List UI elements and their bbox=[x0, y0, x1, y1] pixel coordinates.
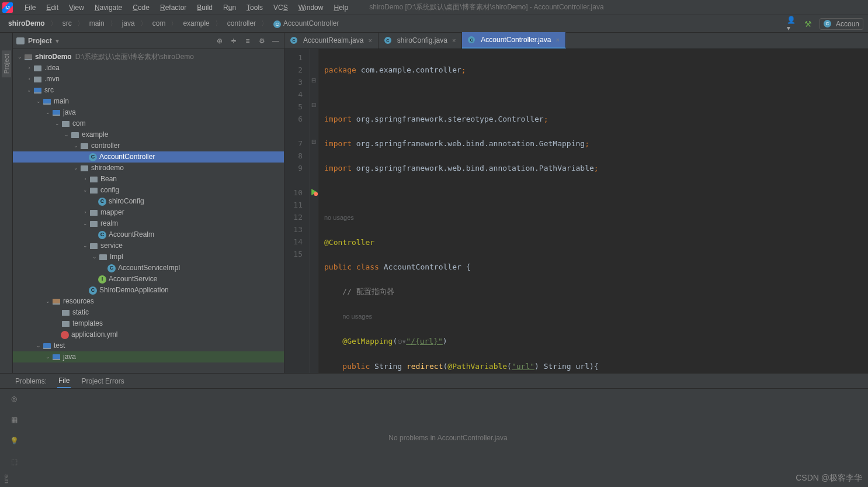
crumb-item[interactable]: main bbox=[86, 18, 108, 29]
gear-icon[interactable]: ⚙ bbox=[257, 36, 266, 46]
expand-all-icon[interactable]: ≑ bbox=[229, 36, 238, 46]
bulb-icon[interactable]: 💡 bbox=[9, 436, 19, 446]
crumb-item[interactable]: com bbox=[149, 18, 169, 29]
tree-item[interactable]: ›mapper bbox=[13, 207, 284, 218]
menu-refactor[interactable]: Refactor bbox=[155, 2, 191, 13]
disclosure-icon[interactable]: ⌄ bbox=[26, 86, 33, 94]
pin-icon[interactable]: ⬚ bbox=[9, 457, 19, 467]
menu-code[interactable]: Code bbox=[128, 2, 154, 13]
disclosure-icon[interactable]: ⌄ bbox=[63, 130, 70, 139]
user-icon[interactable]: 👤▾ bbox=[787, 19, 797, 29]
grid-icon[interactable]: ▦ bbox=[9, 415, 19, 425]
editor-tab[interactable]: CshiroConfig.java× bbox=[379, 32, 462, 49]
menu-build[interactable]: Build bbox=[192, 2, 217, 13]
problems-tab-errors[interactable]: Project Errors bbox=[80, 375, 125, 388]
tree-item[interactable]: ⌄realm bbox=[13, 218, 284, 229]
crumb-item[interactable]: CAccountController bbox=[270, 18, 342, 29]
select-opened-icon[interactable]: ⊕ bbox=[215, 36, 224, 46]
problems-tab-label[interactable]: Problems: bbox=[14, 375, 48, 388]
tree-item[interactable]: templates bbox=[13, 318, 284, 329]
menu-view[interactable]: View bbox=[64, 2, 89, 13]
folder-icon bbox=[51, 353, 61, 362]
tree-item[interactable]: application.yml bbox=[13, 329, 284, 340]
class-icon: C bbox=[89, 286, 97, 295]
menu-vcs[interactable]: VCS bbox=[269, 2, 293, 13]
disclosure-icon[interactable]: ⌄ bbox=[82, 186, 89, 194]
crumb-item[interactable]: example bbox=[179, 18, 213, 29]
disclosure-icon[interactable]: ⌄ bbox=[91, 253, 98, 261]
tree-item[interactable]: static bbox=[13, 307, 284, 318]
tree-item[interactable]: ⌄java bbox=[13, 351, 284, 362]
target-icon[interactable]: ◎ bbox=[9, 393, 19, 404]
panel-header: Project ▾ ⊕ ≑ ≡ ⚙ — bbox=[13, 33, 284, 49]
run-gutter-icon[interactable] bbox=[310, 188, 318, 196]
tree-item[interactable]: ⌄test bbox=[13, 340, 284, 351]
tree-item[interactable]: ⌄java bbox=[13, 107, 284, 118]
tree-item[interactable]: ⌄com bbox=[13, 118, 284, 129]
tree-item[interactable]: ⌄example bbox=[13, 129, 284, 140]
breadcrumb: shiroDemo 〉 src 〉 main 〉 java 〉 com 〉 ex… bbox=[5, 18, 343, 29]
crumb-item[interactable]: controller bbox=[224, 18, 259, 29]
editor-tab[interactable]: CAccountRealm.java× bbox=[284, 32, 379, 49]
disclosure-icon[interactable]: ⌄ bbox=[54, 119, 61, 127]
panel-title[interactable]: Project ▾ bbox=[16, 37, 59, 45]
disclosure-icon[interactable]: › bbox=[26, 75, 33, 83]
hide-icon[interactable]: — bbox=[271, 36, 280, 46]
menu-navigate[interactable]: Navigate bbox=[90, 2, 127, 13]
editor-tab[interactable]: CAccountController.java× bbox=[462, 32, 566, 49]
tree-item[interactable]: ›.idea bbox=[13, 63, 284, 74]
folder-icon bbox=[42, 97, 51, 106]
structure-tab[interactable]: ure bbox=[2, 474, 9, 483]
disclosure-icon[interactable]: ⌄ bbox=[82, 241, 89, 250]
chevron-down-icon[interactable]: ⌄ bbox=[16, 53, 23, 61]
tree-item[interactable]: ⌄service bbox=[13, 240, 284, 251]
code-editor[interactable]: package com.example.controller; import o… bbox=[318, 49, 868, 373]
disclosure-icon[interactable]: ⌄ bbox=[44, 108, 51, 116]
tree-item-selected[interactable]: CAccountController bbox=[13, 151, 284, 163]
disclosure-icon[interactable]: ⌄ bbox=[35, 97, 42, 105]
disclosure-icon[interactable]: ⌄ bbox=[82, 219, 89, 227]
close-icon[interactable]: × bbox=[368, 37, 371, 44]
menu-run[interactable]: Run bbox=[218, 2, 241, 13]
tree-item[interactable]: ⌄shirodemo bbox=[13, 163, 284, 174]
crumb-item[interactable]: java bbox=[119, 18, 138, 29]
disclosure-icon[interactable]: ⌄ bbox=[44, 353, 51, 361]
disclosure-icon[interactable]: ⌄ bbox=[44, 297, 51, 305]
menu-help[interactable]: Help bbox=[329, 2, 353, 13]
tree-item[interactable]: CShiroDemoApplication bbox=[13, 285, 284, 296]
disclosure-icon[interactable]: ⌄ bbox=[72, 164, 79, 172]
project-panel: Project ▾ ⊕ ≑ ≡ ⚙ — ⌄ shiroDemo D:\系统默认\… bbox=[13, 33, 284, 373]
tree-item[interactable]: ⌄main bbox=[13, 96, 284, 107]
crumb-item[interactable]: src bbox=[59, 18, 75, 29]
tree-item[interactable]: ⌄resources bbox=[13, 296, 284, 307]
run-config-selector[interactable]: CAccoun bbox=[820, 18, 863, 30]
tree-item[interactable]: ›Bean bbox=[13, 174, 284, 185]
tool-tab-project[interactable]: Project bbox=[2, 50, 11, 77]
tree-item[interactable]: CshiroConfig bbox=[13, 196, 284, 207]
disclosure-icon[interactable]: › bbox=[26, 64, 33, 72]
menu-edit[interactable]: Edit bbox=[41, 2, 63, 13]
close-icon[interactable]: × bbox=[452, 37, 456, 44]
menu-file[interactable]: File bbox=[20, 2, 40, 13]
tree-item[interactable]: CAccountServiceImpl bbox=[13, 263, 284, 274]
disclosure-icon[interactable]: ⌄ bbox=[72, 141, 79, 150]
tree-item[interactable]: ⌄Impl bbox=[13, 251, 284, 263]
tree-item[interactable]: ⌄src bbox=[13, 85, 284, 96]
menu-window[interactable]: Window bbox=[294, 2, 328, 13]
disclosure-icon[interactable]: › bbox=[82, 208, 89, 216]
tree-item[interactable]: ⌄controller bbox=[13, 140, 284, 151]
build-icon[interactable]: ⚒ bbox=[803, 19, 814, 29]
tree-item[interactable]: ⌄config bbox=[13, 185, 284, 196]
tree-item[interactable]: IAccountService bbox=[13, 274, 284, 285]
disclosure-icon[interactable]: › bbox=[82, 175, 89, 183]
menu-tools[interactable]: Tools bbox=[242, 2, 268, 13]
crumb-root[interactable]: shiroDemo bbox=[5, 18, 48, 29]
problems-tab-file[interactable]: File bbox=[57, 374, 71, 388]
tree-item[interactable]: ›.mvn bbox=[13, 74, 284, 85]
project-tree[interactable]: ⌄ shiroDemo D:\系统默认\桌面\博客素材\shiroDemo ›.… bbox=[13, 49, 284, 373]
collapse-all-icon[interactable]: ≡ bbox=[243, 36, 252, 46]
close-icon[interactable]: × bbox=[555, 36, 559, 43]
tree-root[interactable]: ⌄ shiroDemo D:\系统默认\桌面\博客素材\shiroDemo bbox=[13, 51, 284, 63]
tree-item[interactable]: CAccountRealm bbox=[13, 229, 284, 240]
disclosure-icon[interactable]: ⌄ bbox=[35, 341, 42, 350]
